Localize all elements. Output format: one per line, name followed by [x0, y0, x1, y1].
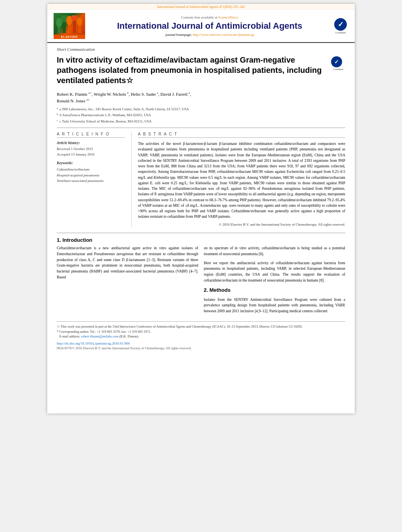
crossmark-circle-icon: ✓: [334, 18, 347, 31]
intro-right-text: on its spectrum of in vitro activity, ce…: [204, 245, 345, 314]
homepage-link[interactable]: http://www.elsevier.com/locate/ijantimic…: [193, 33, 254, 37]
affiliation-b: b b AstraZeneca Pharmaceuticals L.P., Wa…: [57, 112, 345, 118]
journal-header: ELSEVIER Contents lists available at Sci…: [47, 10, 355, 43]
keywords-list: Ceftazidime/avibactam Hospital-acquired …: [57, 167, 125, 184]
article-info-header: A R T I C L E I N F O: [57, 132, 125, 138]
footnote-email: E-mail address: robert-flamm@jmilabs.com…: [57, 334, 345, 339]
crossmark-logo: ✓ CrossMark: [333, 18, 348, 34]
svg-point-9: [77, 18, 82, 26]
journal-reference: International Journal of Antimicrobial A…: [157, 5, 245, 9]
article-type: Short Communication: [47, 43, 355, 53]
accepted-date: Accepted 13 January 2016: [57, 152, 125, 158]
received-date: Received 1 October 2015: [57, 146, 125, 152]
email-link[interactable]: robert-flamm@jmilabs.com: [81, 334, 119, 338]
doi-line: http://dx.doi.org/10.1016/j.ijantimicag.…: [47, 341, 355, 345]
footnote-corresponding: * Corresponding author. Tel.: +1 319 665…: [57, 329, 345, 334]
body-section: 1. Introduction Ceftazidime/avibactam is…: [47, 233, 355, 317]
article-title-section: In vitro activity of ceftazidime/avibact…: [47, 53, 355, 89]
elsevier-logo-graphic: [54, 13, 85, 35]
footnote-area: ☆ This work was presented in part at the…: [57, 321, 345, 339]
journal-title-block: Contents lists available at ScienceDirec…: [91, 15, 328, 37]
crossmark-in-title-label: CrossMark: [331, 68, 345, 70]
crossmark-in-title-icon: ✓: [331, 56, 342, 67]
footnote-star: ☆ This work was presented in part at the…: [57, 324, 345, 329]
intro-left-text: Ceftazidime/avibactam is a new antibacte…: [57, 245, 198, 280]
keywords-title: Keywords:: [57, 161, 125, 165]
body-right-column: on its spectrum of in vitro activity, ce…: [204, 245, 345, 317]
copyright-line: © 2016 Elsevier B.V. and the Internation…: [138, 222, 345, 228]
author-jones: Ronald N. Jones a,c: [57, 98, 89, 103]
introduction-title: 1. Introduction: [57, 237, 345, 243]
contents-line: Contents lists available at ScienceDirec…: [91, 15, 328, 19]
crossmark-label: CrossMark: [335, 32, 346, 34]
abstract-header: A B S T R A C T: [138, 132, 345, 138]
affiliation-c: c c Tufts University School of Medicine,…: [57, 119, 345, 124]
elsevier-logo: ELSEVIER: [54, 13, 85, 39]
crossmark-in-title: ✓ CrossMark: [331, 56, 345, 70]
homepage-line: journal homepage: http://www.elsevier.co…: [91, 33, 328, 37]
article-history-title: Article history:: [57, 141, 125, 145]
elsevier-label: ELSEVIER: [54, 35, 85, 39]
affiliation-a: a a JMI Laboratories, Inc., 345 Beaver K…: [57, 106, 345, 112]
article-info-column: A R T I C L E I N F O Article history: R…: [57, 132, 132, 227]
journal-name: International Journal of Antimicrobial A…: [91, 21, 328, 31]
page-reference-band: International Journal of Antimicrobial A…: [47, 4, 355, 10]
issn-line: 0924-8579/© 2016 Elsevier B.V. and the I…: [47, 345, 355, 353]
sciencedirect-link[interactable]: ScienceDirect: [218, 15, 238, 19]
article-info-abstract-section: A R T I C L E I N F O Article history: R…: [47, 128, 355, 227]
article-title: In vitro activity of ceftazidime/avibact…: [57, 55, 327, 85]
elsevier-tree-icon: [56, 15, 83, 33]
abstract-text: The activities of the novel β-lactam/non…: [138, 141, 345, 227]
authors-line: Robert K. Flamm a,*, Wright W. Nichols b…: [47, 89, 355, 105]
article-page: International Journal of Antimicrobial A…: [47, 4, 355, 413]
abstract-paragraph: The activities of the novel β-lactam/non…: [138, 141, 345, 220]
body-two-col: Ceftazidime/avibactam is a new antibacte…: [57, 245, 345, 317]
doi-link[interactable]: http://dx.doi.org/10.1016/j.ijantimicag.…: [57, 341, 130, 345]
affiliations-block: a a JMI Laboratories, Inc., 345 Beaver K…: [47, 105, 355, 128]
author-flamm: Robert K. Flamm a,*, Wright W. Nichols b…: [57, 92, 191, 96]
methods-title: 2. Methods: [204, 286, 345, 294]
keyword-2: Hospital-acquired pneumonia: [57, 172, 125, 178]
body-left-column: Ceftazidime/avibactam is a new antibacte…: [57, 245, 198, 317]
abstract-column: A B S T R A C T The activities of the no…: [132, 132, 345, 227]
keyword-3: Ventilator-associated pneumonia: [57, 178, 125, 184]
keyword-1: Ceftazidime/avibactam: [57, 167, 125, 172]
